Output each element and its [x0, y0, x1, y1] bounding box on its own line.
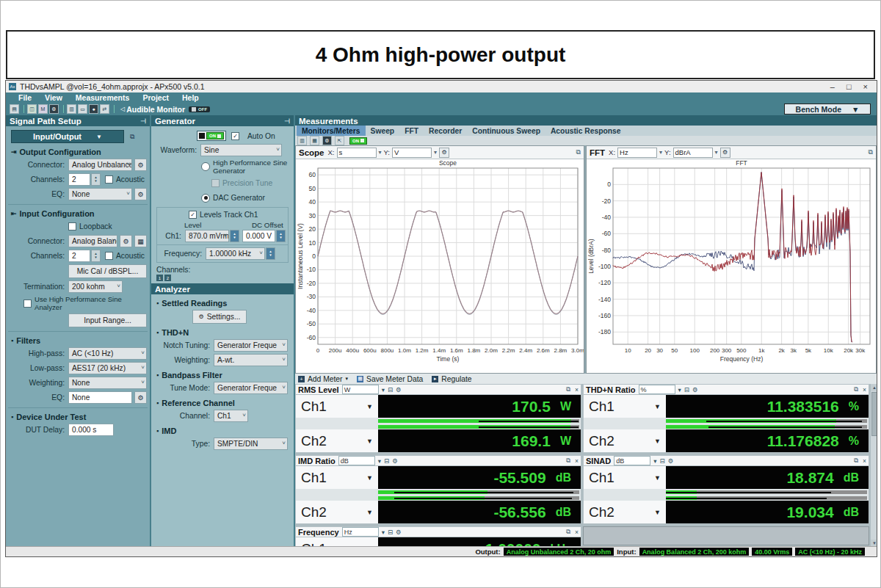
close-button[interactable]: × [863, 82, 868, 91]
export-icon[interactable]: ⧉ [566, 385, 570, 393]
high-pass-select[interactable]: AC (<10 Hz) [68, 347, 147, 360]
gear-icon[interactable]: ⚙ [668, 457, 674, 465]
gear-icon[interactable]: ⚙ [396, 529, 402, 536]
channel-label-dropdown[interactable]: Ch2▼ [584, 429, 666, 452]
tab-acoustic-response[interactable]: Acoustic Response [545, 126, 626, 136]
auto-on-checkbox[interactable] [231, 132, 239, 140]
gear-icon[interactable]: ⚙ [396, 386, 402, 393]
data-icon[interactable]: ▦ [310, 136, 319, 145]
meter-unit-select[interactable]: % [639, 385, 675, 394]
settings-icon[interactable]: ⚙ [49, 104, 59, 114]
menu-help[interactable]: Help [175, 93, 206, 102]
meter-unit-select[interactable]: Hz [342, 527, 379, 537]
menu-project[interactable]: Project [136, 93, 175, 102]
chevron-down-icon[interactable]: ▾ [653, 457, 656, 465]
channel-label-dropdown[interactable]: Ch1▼ [296, 466, 378, 489]
record-icon[interactable]: ● [89, 104, 98, 114]
scope-y-unit-select[interactable]: V [392, 148, 432, 158]
channel-label-dropdown[interactable]: Ch2▼ [296, 429, 378, 452]
dut-delay-input[interactable]: 0.000 s [68, 424, 114, 436]
tab-continuous-sweep[interactable]: Continuous Sweep [467, 126, 545, 136]
channel-2-button[interactable]: 2 [164, 275, 171, 281]
gear-icon[interactable]: ⚙ [392, 457, 398, 465]
new-project-icon[interactable]: ▤ [10, 104, 19, 114]
save-meter-data-button[interactable]: ▦ Save Meter Data [357, 375, 423, 383]
channel-label-dropdown[interactable]: Ch1▼ [584, 395, 666, 418]
output-channels-input[interactable]: 2 [68, 173, 90, 186]
tune-mode-select[interactable]: Generator Freque [214, 382, 288, 394]
scroll-thumb[interactable] [871, 392, 877, 436]
menu-measurements[interactable]: Measurements [69, 93, 137, 102]
dc-offset-stepper[interactable]: ▲▼ [276, 230, 286, 242]
save-graph-icon[interactable]: ▥ [297, 136, 307, 145]
close-icon[interactable]: × [575, 386, 579, 393]
chevron-down-icon[interactable]: ▾ [659, 149, 662, 156]
chevron-down-icon[interactable]: ▾ [382, 386, 385, 393]
gear-icon[interactable]: ⚙ [692, 386, 698, 393]
export-icon[interactable]: ⧉ [576, 148, 581, 156]
gear-icon[interactable]: ⚙ [120, 235, 132, 247]
mic-cal-button[interactable]: Mic Cal / dBSPL... [68, 264, 147, 278]
chevron-down-icon[interactable]: ▾ [379, 149, 382, 156]
close-icon[interactable]: × [863, 457, 866, 465]
hp-sine-radio[interactable] [201, 162, 210, 171]
filters-eq-input[interactable]: None [68, 391, 132, 404]
display-mode-icon[interactable]: ⊟ [684, 386, 689, 393]
weighting-select[interactable]: None [68, 377, 147, 389]
level-stepper[interactable]: ▲▼ [230, 230, 239, 242]
channel-label-dropdown[interactable]: Ch2▼ [584, 501, 666, 523]
display-mode-icon[interactable]: ⊟ [388, 386, 393, 393]
channels-stepper[interactable]: ▲▼ [91, 250, 101, 262]
input-status-badge[interactable]: Analog Balanced 2 Ch, 200 kohm [639, 548, 750, 556]
menu-view[interactable]: View [38, 93, 69, 102]
output-status-badge[interactable]: Analog Unbalanced 2 Ch, 20 ohm [504, 548, 614, 556]
minimize-button[interactable]: – [830, 82, 835, 91]
bandwidth-status-badge[interactable]: AC (<10 Hz) - 20 kHz [795, 548, 865, 556]
chevron-down-icon[interactable]: ▾ [715, 149, 718, 156]
bench-mode-button[interactable]: Bench Mode▼ [784, 104, 871, 115]
dac-generator-radio[interactable] [201, 194, 210, 203]
display-mode-icon[interactable]: ⊟ [384, 457, 389, 465]
audible-monitor-toggle[interactable]: OFF [189, 106, 210, 112]
meter-unit-select[interactable]: W [342, 385, 379, 394]
ch1-dc-offset-input[interactable]: 0.000 V [242, 230, 275, 242]
ref-channel-select[interactable]: Ch1 [214, 410, 248, 422]
channels-stepper[interactable]: ▲▼ [91, 173, 101, 186]
tab-recorder[interactable]: Recorder [424, 126, 467, 136]
close-icon[interactable]: × [575, 457, 579, 465]
acoustic-checkbox[interactable] [105, 175, 113, 184]
grid-icon[interactable]: ▦ [134, 235, 147, 247]
display-mode-icon[interactable]: ⊟ [660, 457, 665, 465]
tab-sweep[interactable]: Sweep [366, 126, 400, 136]
gear-icon[interactable]: ⚙ [134, 391, 147, 404]
layout-icon[interactable]: ▥ [67, 104, 76, 114]
menu-file[interactable]: File [12, 93, 38, 102]
low-pass-select[interactable]: AES17 (20 kHz) [68, 362, 147, 374]
export-icon[interactable]: ⧉ [854, 385, 858, 393]
close-icon[interactable]: × [575, 529, 579, 536]
loopback-checkbox[interactable] [68, 222, 76, 231]
fft-y-unit-select[interactable]: dBrA [673, 148, 713, 158]
display-mode-icon[interactable]: ⊟ [388, 529, 393, 536]
precision-tune-checkbox[interactable] [211, 179, 220, 187]
export-icon[interactable]: ⧉ [566, 457, 570, 465]
add-meter-button[interactable]: + Add Meter ▾ [298, 375, 348, 383]
waveform-select[interactable]: Sine [200, 144, 282, 156]
input-range-button[interactable]: Input Range... [68, 313, 147, 327]
input-channels-input[interactable]: 2 [68, 250, 90, 262]
save-icon[interactable]: M [38, 104, 48, 114]
notch-tuning-select[interactable]: Generator Freque [214, 339, 288, 352]
settings-icon[interactable]: ⚙ [322, 136, 332, 145]
channel-label-dropdown[interactable]: Ch1▼ [296, 395, 378, 418]
channel-1-button[interactable]: 1 [156, 275, 163, 281]
output-eq-select[interactable]: None [68, 188, 132, 200]
chevron-down-icon[interactable]: ▾ [382, 529, 385, 536]
chevron-down-icon[interactable]: ▾ [434, 149, 437, 156]
scroll-up-icon[interactable]: ▲ [871, 384, 877, 391]
ch1-level-input[interactable]: 870.0 mVrms [185, 230, 229, 242]
close-icon[interactable]: × [863, 386, 866, 393]
level-status-badge[interactable]: 40.00 Vrms [752, 548, 792, 556]
sequence-icon[interactable]: ▭ [78, 104, 87, 114]
transfer-icon[interactable]: ⇄ [100, 104, 109, 114]
export-icon[interactable]: ⧉ [130, 133, 134, 141]
